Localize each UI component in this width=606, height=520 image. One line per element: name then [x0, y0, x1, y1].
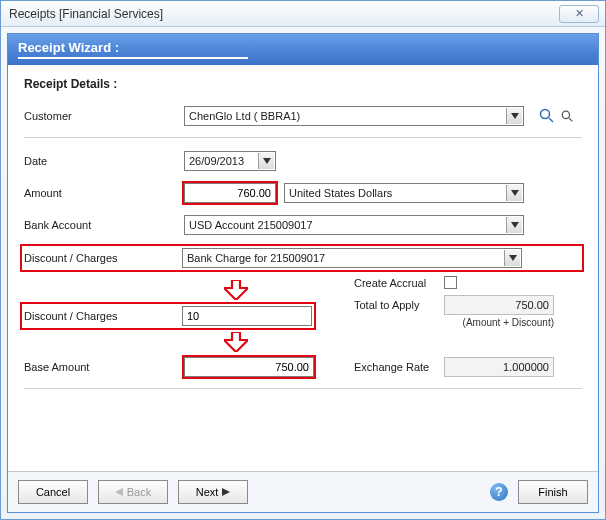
bank-account-value: USD Account 215009017 — [189, 219, 313, 231]
close-icon: ✕ — [575, 7, 584, 20]
customer-label: Customer — [24, 110, 184, 122]
inner-frame: Receipt Wizard : Receipt Details : Custo… — [7, 33, 599, 513]
triangle-right-icon — [222, 486, 230, 498]
amount-input[interactable] — [184, 183, 276, 203]
bank-account-label: Bank Account — [24, 219, 184, 231]
discount-amount-row: Discount / Charges Create Accrual Total … — [24, 304, 582, 328]
discount-type-value: Bank Charge for 215009017 — [187, 252, 325, 264]
discount-type-select[interactable]: Bank Charge for 215009017 — [182, 248, 522, 268]
section-title: Receipt Details : — [24, 77, 582, 91]
date-input[interactable]: 26/09/2013 — [184, 151, 276, 171]
bank-account-row: Bank Account USD Account 215009017 — [24, 214, 582, 236]
total-to-apply-label: Total to Apply — [354, 299, 444, 311]
customer-value: ChenGlo Ltd ( BBRA1) — [189, 110, 300, 122]
footer: Cancel Back Next ? Finish — [8, 471, 598, 512]
next-button[interactable]: Next — [178, 480, 248, 504]
chevron-down-icon — [258, 153, 274, 169]
triangle-left-icon — [115, 486, 123, 498]
window-title: Receipts [Financial Services] — [9, 7, 559, 21]
cancel-button[interactable]: Cancel — [18, 480, 88, 504]
search-icon[interactable] — [538, 107, 556, 125]
amount-value[interactable] — [189, 187, 271, 199]
discount-type-label: Discount / Charges — [22, 252, 182, 264]
svg-point-0 — [541, 110, 550, 119]
create-accrual-label: Create Accrual — [354, 277, 444, 289]
chevron-down-icon — [504, 250, 520, 266]
amount-plus-discount-note: (Amount + Discount) — [354, 317, 554, 328]
base-amount-input[interactable] — [184, 357, 314, 377]
base-amount-label: Base Amount — [24, 361, 184, 373]
wizard-title: Receipt Wizard : — [18, 40, 119, 55]
discount-amount-value[interactable] — [187, 310, 307, 322]
titlebar: Receipts [Financial Services] ✕ — [1, 1, 605, 27]
customer-row: Customer ChenGlo Ltd ( BBRA1) — [24, 105, 582, 127]
svg-line-1 — [549, 118, 553, 122]
date-label: Date — [24, 155, 184, 167]
chevron-down-icon — [506, 185, 522, 201]
customer-select[interactable]: ChenGlo Ltd ( BBRA1) — [184, 106, 524, 126]
divider-2 — [24, 388, 582, 389]
cancel-label: Cancel — [36, 486, 70, 498]
chevron-down-icon — [506, 217, 522, 233]
total-to-apply-value: 750.00 — [444, 295, 554, 315]
divider-1 — [24, 137, 582, 138]
search-small-icon[interactable] — [558, 107, 576, 125]
discount-amount-label: Discount / Charges — [22, 310, 182, 322]
bank-account-select[interactable]: USD Account 215009017 — [184, 215, 524, 235]
exchange-rate-label: Exchange Rate — [354, 361, 444, 373]
finish-label: Finish — [538, 486, 567, 498]
content-area: Receipt Details : Customer ChenGlo Ltd (… — [8, 65, 598, 471]
svg-line-3 — [569, 118, 572, 121]
discount-type-row: Discount / Charges Bank Charge for 21500… — [22, 246, 582, 270]
base-amount-row: Base Amount Exchange Rate 1.000000 — [24, 356, 582, 378]
exchange-rate-value: 1.000000 — [444, 357, 554, 377]
help-icon[interactable]: ? — [490, 483, 508, 501]
wizard-header: Receipt Wizard : — [8, 34, 598, 65]
back-button[interactable]: Back — [98, 480, 168, 504]
chevron-down-icon — [506, 108, 522, 124]
arrow-down-icon — [224, 332, 582, 352]
svg-point-2 — [562, 111, 569, 118]
receipts-window: Receipts [Financial Services] ✕ Receipt … — [0, 0, 606, 520]
discount-amount-input[interactable] — [182, 306, 312, 326]
amount-row: Amount United States Dollars — [24, 182, 582, 204]
wizard-underline — [18, 57, 248, 59]
date-row: Date 26/09/2013 — [24, 150, 582, 172]
date-value: 26/09/2013 — [189, 155, 244, 167]
currency-select[interactable]: United States Dollars — [284, 183, 524, 203]
window-close-button[interactable]: ✕ — [559, 5, 599, 23]
finish-button[interactable]: Finish — [518, 480, 588, 504]
create-accrual-checkbox[interactable] — [444, 276, 457, 289]
amount-label: Amount — [24, 187, 184, 199]
back-label: Back — [127, 486, 151, 498]
currency-value: United States Dollars — [289, 187, 392, 199]
next-label: Next — [196, 486, 219, 498]
base-amount-value[interactable] — [189, 361, 309, 373]
